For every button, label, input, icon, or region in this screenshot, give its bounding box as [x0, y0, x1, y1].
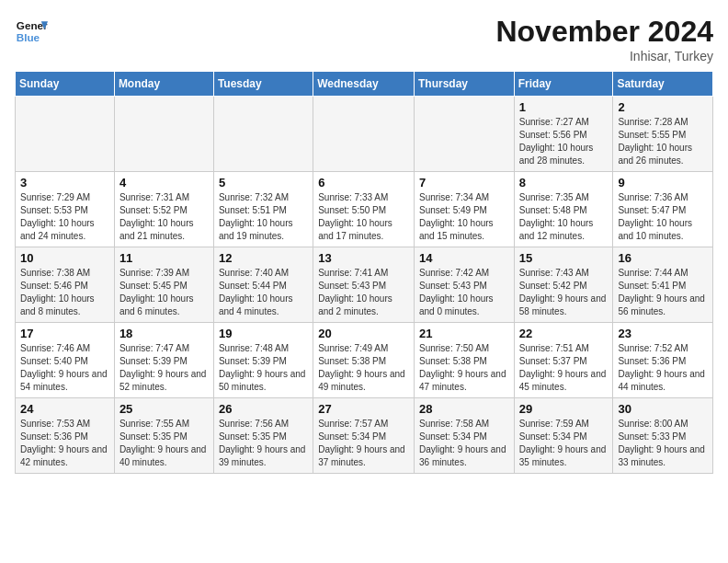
- day-info: Sunrise: 7:33 AM Sunset: 5:50 PM Dayligh…: [318, 191, 409, 243]
- day-info: Sunrise: 7:57 AM Sunset: 5:34 PM Dayligh…: [318, 418, 409, 469]
- calendar-cell: 2Sunrise: 7:28 AM Sunset: 5:55 PM Daylig…: [613, 97, 713, 172]
- day-info: Sunrise: 8:00 AM Sunset: 5:33 PM Dayligh…: [618, 418, 708, 469]
- day-number: 30: [618, 402, 708, 416]
- day-number: 21: [419, 327, 509, 340]
- calendar-cell: 7Sunrise: 7:34 AM Sunset: 5:49 PM Daylig…: [414, 172, 514, 247]
- day-info: Sunrise: 7:59 AM Sunset: 5:34 PM Dayligh…: [519, 418, 609, 469]
- calendar-cell: 1Sunrise: 7:27 AM Sunset: 5:56 PM Daylig…: [514, 97, 613, 172]
- day-number: 29: [519, 402, 609, 416]
- calendar-cell: 25Sunrise: 7:55 AM Sunset: 5:35 PM Dayli…: [114, 398, 213, 474]
- day-number: 2: [618, 100, 708, 114]
- day-info: Sunrise: 7:32 AM Sunset: 5:51 PM Dayligh…: [219, 191, 308, 243]
- day-of-week-header: Thursday: [414, 72, 514, 97]
- day-number: 13: [318, 251, 409, 265]
- calendar-cell: 24Sunrise: 7:53 AM Sunset: 5:36 PM Dayli…: [16, 398, 115, 474]
- calendar-cell: 3Sunrise: 7:29 AM Sunset: 5:53 PM Daylig…: [16, 172, 115, 247]
- day-number: 22: [519, 327, 609, 340]
- calendar-cell: 8Sunrise: 7:35 AM Sunset: 5:48 PM Daylig…: [514, 172, 613, 247]
- day-number: 20: [318, 327, 409, 340]
- calendar-week-row: 24Sunrise: 7:53 AM Sunset: 5:36 PM Dayli…: [16, 398, 713, 474]
- day-info: Sunrise: 7:55 AM Sunset: 5:35 PM Dayligh…: [119, 418, 209, 469]
- calendar-cell: 14Sunrise: 7:42 AM Sunset: 5:43 PM Dayli…: [414, 247, 514, 323]
- day-info: Sunrise: 7:39 AM Sunset: 5:45 PM Dayligh…: [119, 267, 209, 318]
- day-number: 14: [419, 251, 509, 265]
- day-info: Sunrise: 7:47 AM Sunset: 5:39 PM Dayligh…: [119, 342, 209, 394]
- day-of-week-header: Tuesday: [213, 72, 313, 97]
- calendar-table: SundayMondayTuesdayWednesdayThursdayFrid…: [15, 71, 713, 474]
- day-number: 5: [219, 176, 308, 190]
- day-info: Sunrise: 7:29 AM Sunset: 5:53 PM Dayligh…: [20, 191, 109, 243]
- day-number: 10: [20, 251, 109, 265]
- calendar-cell: 30Sunrise: 8:00 AM Sunset: 5:33 PM Dayli…: [613, 398, 713, 474]
- day-number: 24: [20, 402, 109, 416]
- svg-text:Blue: Blue: [17, 31, 40, 43]
- day-number: 12: [219, 251, 308, 265]
- day-number: 8: [519, 176, 609, 190]
- day-info: Sunrise: 7:51 AM Sunset: 5:37 PM Dayligh…: [519, 342, 609, 394]
- calendar-cell: 10Sunrise: 7:38 AM Sunset: 5:46 PM Dayli…: [16, 247, 115, 323]
- day-number: 23: [618, 327, 708, 340]
- calendar-cell: 23Sunrise: 7:52 AM Sunset: 5:36 PM Dayli…: [613, 323, 713, 398]
- day-info: Sunrise: 7:34 AM Sunset: 5:49 PM Dayligh…: [419, 191, 509, 243]
- calendar-cell: 16Sunrise: 7:44 AM Sunset: 5:41 PM Dayli…: [613, 247, 713, 323]
- day-info: Sunrise: 7:49 AM Sunset: 5:38 PM Dayligh…: [318, 342, 409, 394]
- day-number: 7: [419, 176, 509, 190]
- day-info: Sunrise: 7:52 AM Sunset: 5:36 PM Dayligh…: [618, 342, 708, 394]
- day-number: 4: [119, 176, 209, 190]
- day-number: 15: [519, 251, 609, 265]
- day-info: Sunrise: 7:28 AM Sunset: 5:55 PM Dayligh…: [618, 116, 708, 167]
- calendar-cell: 6Sunrise: 7:33 AM Sunset: 5:50 PM Daylig…: [313, 172, 415, 247]
- day-info: Sunrise: 7:44 AM Sunset: 5:41 PM Dayligh…: [618, 267, 708, 318]
- day-number: 25: [119, 402, 209, 416]
- calendar-week-row: 1Sunrise: 7:27 AM Sunset: 5:56 PM Daylig…: [16, 97, 713, 172]
- day-info: Sunrise: 7:31 AM Sunset: 5:52 PM Dayligh…: [119, 191, 209, 243]
- day-number: 28: [419, 402, 509, 416]
- calendar-cell: 9Sunrise: 7:36 AM Sunset: 5:47 PM Daylig…: [613, 172, 713, 247]
- day-info: Sunrise: 7:46 AM Sunset: 5:40 PM Dayligh…: [20, 342, 109, 394]
- day-info: Sunrise: 7:27 AM Sunset: 5:56 PM Dayligh…: [519, 116, 609, 167]
- day-number: 26: [219, 402, 308, 416]
- calendar-cell: 22Sunrise: 7:51 AM Sunset: 5:37 PM Dayli…: [514, 323, 613, 398]
- day-info: Sunrise: 7:40 AM Sunset: 5:44 PM Dayligh…: [219, 267, 308, 318]
- day-info: Sunrise: 7:58 AM Sunset: 5:34 PM Dayligh…: [419, 418, 509, 469]
- calendar-cell: 19Sunrise: 7:48 AM Sunset: 5:39 PM Dayli…: [213, 323, 313, 398]
- calendar-cell: 5Sunrise: 7:32 AM Sunset: 5:51 PM Daylig…: [213, 172, 313, 247]
- day-number: 1: [519, 100, 609, 114]
- day-of-week-header: Saturday: [613, 72, 713, 97]
- logo: General Blue: [15, 15, 51, 48]
- day-number: 9: [618, 176, 708, 190]
- day-info: Sunrise: 7:53 AM Sunset: 5:36 PM Dayligh…: [20, 418, 109, 469]
- calendar-header-row: SundayMondayTuesdayWednesdayThursdayFrid…: [16, 72, 713, 97]
- calendar-week-row: 3Sunrise: 7:29 AM Sunset: 5:53 PM Daylig…: [16, 172, 713, 247]
- day-info: Sunrise: 7:50 AM Sunset: 5:38 PM Dayligh…: [419, 342, 509, 394]
- month-title: November 2024: [495, 15, 713, 49]
- day-number: 11: [119, 251, 209, 265]
- calendar-cell: 4Sunrise: 7:31 AM Sunset: 5:52 PM Daylig…: [114, 172, 213, 247]
- day-number: 16: [618, 251, 708, 265]
- logo-icon: General Blue: [15, 15, 48, 48]
- calendar-cell: 26Sunrise: 7:56 AM Sunset: 5:35 PM Dayli…: [213, 398, 313, 474]
- calendar-cell: [114, 97, 213, 172]
- day-info: Sunrise: 7:42 AM Sunset: 5:43 PM Dayligh…: [419, 267, 509, 318]
- calendar-cell: 11Sunrise: 7:39 AM Sunset: 5:45 PM Dayli…: [114, 247, 213, 323]
- page-header: General Blue November 2024 Inhisar, Turk…: [15, 15, 713, 63]
- calendar-cell: [16, 97, 115, 172]
- calendar-cell: 13Sunrise: 7:41 AM Sunset: 5:43 PM Dayli…: [313, 247, 415, 323]
- day-of-week-header: Friday: [514, 72, 613, 97]
- day-info: Sunrise: 7:38 AM Sunset: 5:46 PM Dayligh…: [20, 267, 109, 318]
- day-number: 6: [318, 176, 409, 190]
- calendar-cell: 21Sunrise: 7:50 AM Sunset: 5:38 PM Dayli…: [414, 323, 514, 398]
- calendar-cell: 20Sunrise: 7:49 AM Sunset: 5:38 PM Dayli…: [313, 323, 415, 398]
- calendar-cell: [313, 97, 415, 172]
- day-info: Sunrise: 7:48 AM Sunset: 5:39 PM Dayligh…: [219, 342, 308, 394]
- title-block: November 2024 Inhisar, Turkey: [495, 15, 713, 63]
- calendar-cell: [213, 97, 313, 172]
- calendar-cell: 27Sunrise: 7:57 AM Sunset: 5:34 PM Dayli…: [313, 398, 415, 474]
- day-info: Sunrise: 7:56 AM Sunset: 5:35 PM Dayligh…: [219, 418, 308, 469]
- day-of-week-header: Monday: [114, 72, 213, 97]
- day-info: Sunrise: 7:41 AM Sunset: 5:43 PM Dayligh…: [318, 267, 409, 318]
- day-of-week-header: Sunday: [16, 72, 115, 97]
- calendar-cell: [414, 97, 514, 172]
- calendar-cell: 17Sunrise: 7:46 AM Sunset: 5:40 PM Dayli…: [16, 323, 115, 398]
- day-info: Sunrise: 7:43 AM Sunset: 5:42 PM Dayligh…: [519, 267, 609, 318]
